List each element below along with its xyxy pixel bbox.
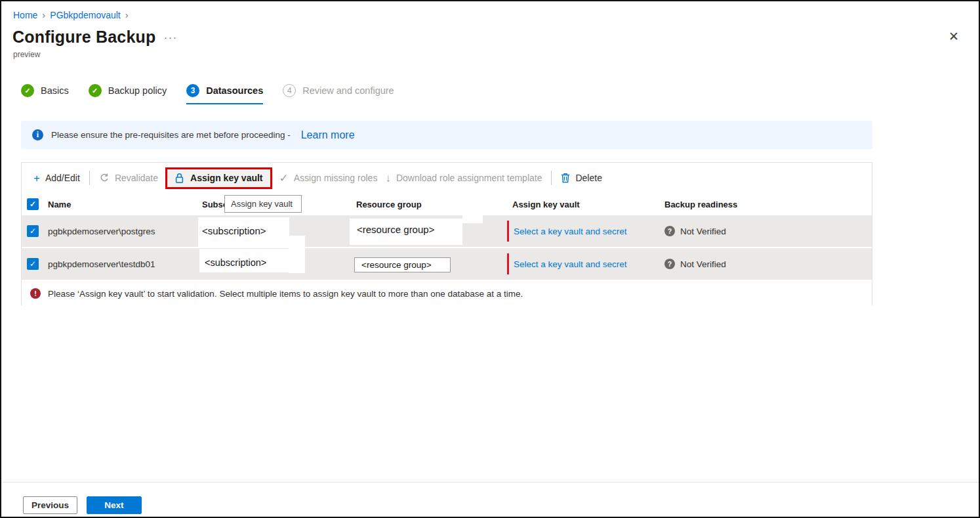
refresh-icon [99, 173, 110, 183]
wizard-steps: ✓ Basics ✓ Backup policy 3 Datasources 4… [21, 84, 394, 104]
select-key-vault-link[interactable]: Select a key vault and secret [514, 227, 627, 236]
trash-icon [561, 173, 570, 183]
resource-group-redaction: <resource group> [354, 257, 451, 272]
download-role-template-label: Download role assignment template [396, 173, 542, 183]
row-name: pgbkpdemoserver\testdb01 [48, 259, 202, 269]
table-header-row: ✓ Name Subscription Resource group Assig… [22, 193, 872, 215]
column-header-backup-readiness[interactable]: Backup readiness [664, 200, 872, 209]
step-label: Datasources [206, 85, 263, 96]
revalidate-label: Revalidate [115, 173, 158, 183]
more-menu-icon[interactable]: ··· [164, 32, 178, 43]
assign-missing-roles-label: Assign missing roles [294, 173, 378, 183]
step-label: Basics [41, 85, 69, 96]
datasources-toolbar: + Add/Edit Revalidate Assign key vault ✓… [22, 163, 872, 193]
breadcrumb: Home › PGbkpdemovault › [13, 9, 129, 20]
error-bar [507, 253, 509, 274]
previous-button[interactable]: Previous [23, 496, 77, 514]
select-key-vault-link[interactable]: Select a key vault and secret [514, 259, 627, 269]
step-basics[interactable]: ✓ Basics [21, 84, 69, 104]
preview-label: preview [13, 50, 40, 59]
readiness-status: Not Verified [680, 259, 726, 269]
step-number-icon: 3 [186, 84, 199, 97]
row-name: pgbkpdemoserver\postgres [48, 227, 202, 236]
toolbar-divider [551, 171, 552, 185]
assign-key-vault-tooltip: Assign key vault [224, 195, 302, 213]
close-icon[interactable]: ✕ [949, 30, 959, 43]
footer-divider [1, 482, 980, 483]
question-icon: ? [664, 259, 675, 269]
column-header-resource-group[interactable]: Resource group [356, 200, 507, 209]
select-all-checkbox[interactable]: ✓ [27, 198, 39, 210]
step-datasources[interactable]: 3 Datasources [186, 84, 263, 104]
revalidate-button[interactable]: Revalidate [95, 173, 162, 183]
assign-key-vault-label: Assign key vault [190, 173, 263, 183]
error-bar [507, 221, 509, 242]
lock-icon [174, 173, 184, 184]
step-backup-policy[interactable]: ✓ Backup policy [89, 84, 167, 104]
readiness-status: Not Verified [680, 227, 726, 236]
step-number-icon: 4 [283, 84, 296, 97]
row-backup-readiness-cell: ? Not Verified [664, 259, 872, 269]
step-complete-icon: ✓ [21, 84, 34, 97]
step-complete-icon: ✓ [89, 84, 102, 97]
question-icon: ? [664, 226, 675, 236]
step-label: Review and configure [302, 85, 394, 96]
chevron-right-icon: › [125, 9, 129, 20]
column-header-assign-key-vault[interactable]: Assign key vault [507, 200, 664, 209]
step-review-and-configure[interactable]: 4 Review and configure [283, 84, 394, 104]
add-edit-label: Add/Edit [45, 173, 80, 183]
toolbar-divider [89, 171, 90, 185]
subscription-redaction: <subscription> [198, 217, 289, 248]
plus-icon: + [33, 173, 40, 184]
page-title: Configure Backup [12, 28, 156, 47]
add-edit-button[interactable]: + Add/Edit [30, 173, 84, 184]
error-circle-icon: ! [30, 288, 41, 299]
row-checkbox[interactable]: ✓ [27, 258, 39, 270]
assign-key-vault-button[interactable]: Assign key vault [165, 167, 272, 189]
check-icon: ✓ [279, 173, 289, 184]
resource-group-redaction: <resource group> [350, 219, 462, 245]
download-role-template-button[interactable]: ↓ Download role assignment template [381, 173, 546, 184]
validation-notice: ! Please ‘Assign key vault’ to start val… [22, 281, 872, 306]
chevron-right-icon: › [42, 9, 45, 20]
delete-button[interactable]: Delete [557, 173, 605, 183]
subscription-redaction: <subscription> [199, 249, 289, 272]
configure-backup-page: Home › PGbkpdemovault › Configure Backup… [0, 0, 980, 518]
banner-text: Please ensure the pre-requisites are met… [51, 130, 291, 140]
column-header-name[interactable]: Name [48, 200, 202, 209]
assign-missing-roles-button[interactable]: ✓ Assign missing roles [276, 173, 382, 184]
row-assign-key-vault-cell: Select a key vault and secret [507, 248, 664, 280]
next-button[interactable]: Next [87, 496, 142, 514]
delete-label: Delete [575, 173, 602, 183]
info-icon: i [32, 129, 43, 140]
breadcrumb-vault[interactable]: PGbkpdemovault [50, 10, 120, 20]
redaction-patch [462, 215, 483, 223]
validation-notice-text: Please ‘Assign key vault’ to start valid… [48, 289, 523, 299]
row-assign-key-vault-cell: Select a key vault and secret [507, 215, 664, 247]
row-backup-readiness-cell: ? Not Verified [664, 226, 872, 236]
learn-more-link[interactable]: Learn more [301, 129, 355, 141]
row-checkbox[interactable]: ✓ [27, 225, 39, 237]
redaction-patch [289, 236, 305, 273]
step-label: Backup policy [108, 85, 167, 96]
download-arrow-icon: ↓ [385, 173, 391, 184]
breadcrumb-home[interactable]: Home [13, 10, 37, 20]
info-banner: i Please ensure the pre-requisites are m… [21, 121, 872, 149]
